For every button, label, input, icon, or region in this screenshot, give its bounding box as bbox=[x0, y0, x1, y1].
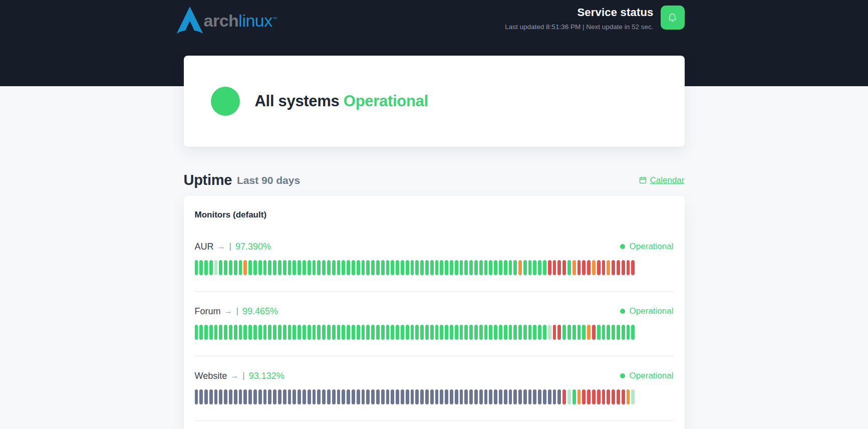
uptime-bar[interactable] bbox=[460, 325, 463, 340]
uptime-bar[interactable] bbox=[362, 325, 365, 340]
uptime-bar[interactable] bbox=[209, 260, 213, 275]
uptime-bar[interactable] bbox=[401, 260, 404, 275]
uptime-bar[interactable] bbox=[214, 389, 218, 404]
uptime-bar[interactable] bbox=[214, 260, 218, 275]
uptime-bar[interactable] bbox=[337, 260, 341, 275]
uptime-bar[interactable] bbox=[411, 260, 414, 275]
uptime-bar[interactable] bbox=[229, 260, 232, 275]
uptime-bar[interactable] bbox=[391, 325, 394, 340]
uptime-bar[interactable] bbox=[627, 389, 630, 404]
uptime-bar[interactable] bbox=[263, 260, 267, 275]
uptime-bar[interactable] bbox=[587, 260, 591, 275]
uptime-bars-aur[interactable] bbox=[195, 260, 636, 275]
uptime-bar[interactable] bbox=[499, 389, 502, 404]
uptime-bar[interactable] bbox=[607, 389, 610, 404]
uptime-bar[interactable] bbox=[582, 260, 586, 275]
uptime-bar[interactable] bbox=[214, 325, 218, 340]
uptime-bar[interactable] bbox=[631, 260, 635, 275]
uptime-bar[interactable] bbox=[553, 325, 556, 340]
uptime-bar[interactable] bbox=[243, 260, 247, 275]
uptime-bar[interactable] bbox=[376, 389, 380, 404]
uptime-bar[interactable] bbox=[548, 260, 551, 275]
uptime-bar[interactable] bbox=[469, 389, 473, 404]
uptime-bar[interactable] bbox=[533, 260, 536, 275]
uptime-bar[interactable] bbox=[219, 325, 222, 340]
uptime-bar[interactable] bbox=[406, 325, 409, 340]
uptime-bar[interactable] bbox=[411, 389, 414, 404]
uptime-bar[interactable] bbox=[572, 325, 576, 340]
uptime-bar[interactable] bbox=[450, 260, 453, 275]
uptime-bar[interactable] bbox=[597, 325, 601, 340]
uptime-bar[interactable] bbox=[612, 389, 615, 404]
uptime-bar[interactable] bbox=[366, 325, 370, 340]
uptime-bar[interactable] bbox=[293, 325, 296, 340]
uptime-bar[interactable] bbox=[263, 389, 267, 404]
uptime-bar[interactable] bbox=[548, 389, 551, 404]
uptime-bar[interactable] bbox=[406, 260, 409, 275]
uptime-bar[interactable] bbox=[415, 325, 419, 340]
uptime-bar[interactable] bbox=[592, 389, 596, 404]
uptime-bar[interactable] bbox=[518, 325, 522, 340]
uptime-bar[interactable] bbox=[248, 260, 252, 275]
uptime-bar[interactable] bbox=[577, 260, 581, 275]
uptime-bar[interactable] bbox=[381, 260, 385, 275]
uptime-bar[interactable] bbox=[494, 325, 497, 340]
uptime-bar[interactable] bbox=[474, 260, 478, 275]
uptime-bar[interactable] bbox=[253, 260, 257, 275]
uptime-bar[interactable] bbox=[479, 325, 483, 340]
uptime-bar[interactable] bbox=[406, 389, 409, 404]
uptime-bar[interactable] bbox=[523, 260, 527, 275]
uptime-bar[interactable] bbox=[597, 260, 601, 275]
uptime-bar[interactable] bbox=[430, 260, 434, 275]
uptime-bar[interactable] bbox=[317, 389, 321, 404]
uptime-bar[interactable] bbox=[283, 325, 286, 340]
uptime-bar[interactable] bbox=[347, 389, 350, 404]
uptime-bar[interactable] bbox=[273, 389, 276, 404]
uptime-bar[interactable] bbox=[518, 389, 522, 404]
uptime-bar[interactable] bbox=[352, 389, 355, 404]
uptime-bar[interactable] bbox=[317, 325, 321, 340]
uptime-bar[interactable] bbox=[420, 325, 424, 340]
uptime-bar[interactable] bbox=[513, 389, 517, 404]
uptime-bar[interactable] bbox=[420, 389, 424, 404]
uptime-bar[interactable] bbox=[239, 260, 242, 275]
uptime-bar[interactable] bbox=[371, 325, 375, 340]
uptime-bar[interactable] bbox=[204, 260, 208, 275]
uptime-bar[interactable] bbox=[538, 260, 541, 275]
uptime-bar[interactable] bbox=[313, 325, 316, 340]
uptime-bar[interactable] bbox=[391, 389, 394, 404]
uptime-bar[interactable] bbox=[243, 389, 247, 404]
uptime-bar[interactable] bbox=[224, 260, 227, 275]
uptime-bar[interactable] bbox=[617, 260, 620, 275]
uptime-bar[interactable] bbox=[337, 325, 341, 340]
uptime-bar[interactable] bbox=[577, 325, 581, 340]
uptime-bar[interactable] bbox=[204, 389, 208, 404]
uptime-bar[interactable] bbox=[396, 260, 399, 275]
uptime-bar[interactable] bbox=[479, 260, 483, 275]
uptime-bar[interactable] bbox=[484, 389, 488, 404]
uptime-bar[interactable] bbox=[199, 325, 203, 340]
uptime-bar[interactable] bbox=[209, 389, 213, 404]
uptime-bar[interactable] bbox=[587, 389, 591, 404]
uptime-bar[interactable] bbox=[248, 389, 252, 404]
uptime-bar[interactable] bbox=[229, 389, 232, 404]
uptime-bar[interactable] bbox=[263, 325, 267, 340]
uptime-bar[interactable] bbox=[381, 325, 385, 340]
uptime-bar[interactable] bbox=[243, 325, 247, 340]
uptime-bar[interactable] bbox=[357, 389, 360, 404]
uptime-bar[interactable] bbox=[258, 325, 262, 340]
uptime-bar[interactable] bbox=[268, 260, 271, 275]
uptime-bar[interactable] bbox=[494, 260, 497, 275]
uptime-bar[interactable] bbox=[622, 389, 625, 404]
uptime-bar[interactable] bbox=[401, 325, 404, 340]
uptime-bar[interactable] bbox=[504, 260, 507, 275]
uptime-bar[interactable] bbox=[474, 325, 478, 340]
uptime-bar[interactable] bbox=[484, 325, 488, 340]
uptime-bar[interactable] bbox=[518, 260, 522, 275]
uptime-bar[interactable] bbox=[362, 389, 365, 404]
uptime-bar[interactable] bbox=[298, 260, 301, 275]
uptime-bar[interactable] bbox=[562, 389, 566, 404]
uptime-bar[interactable] bbox=[460, 389, 463, 404]
uptime-bar[interactable] bbox=[592, 325, 596, 340]
uptime-bar[interactable] bbox=[248, 325, 252, 340]
